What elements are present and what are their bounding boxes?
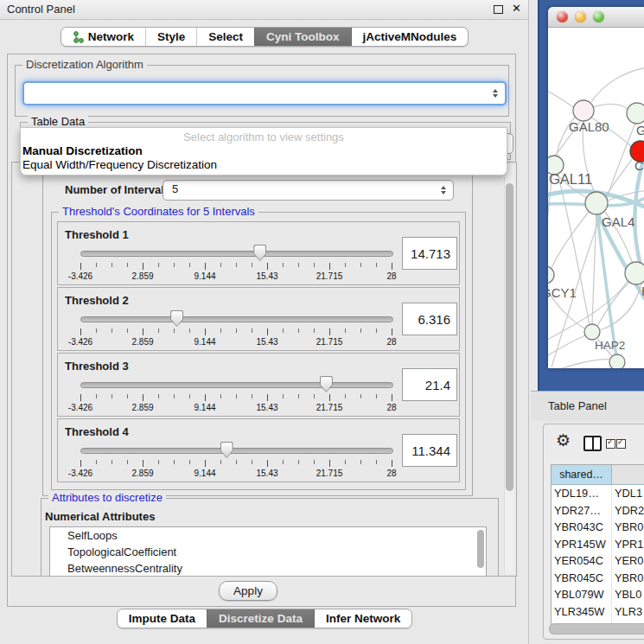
network-node[interactable] <box>625 262 644 284</box>
threshold-value-field[interactable]: 11.344 <box>402 434 457 467</box>
slider-tick <box>127 263 128 267</box>
network-node[interactable] <box>573 100 594 121</box>
slider-tick <box>236 394 237 399</box>
table-row[interactable]: YBL079WYBL0 <box>552 586 644 603</box>
slider-tick-label: 15.43 <box>256 271 277 281</box>
slider-tick <box>345 263 346 267</box>
column-header[interactable]: n <box>612 465 644 484</box>
algorithm-group-title: Discretization Algorithm <box>22 58 147 71</box>
tab-jactivemnodules[interactable]: jActiveMNodules <box>351 28 469 46</box>
slider-tick <box>236 460 237 464</box>
tab-infer-network[interactable]: Infer Network <box>314 609 411 628</box>
slider-tick <box>345 460 346 464</box>
close-traffic-light[interactable] <box>557 11 568 22</box>
algorithm-dropdown-popup: Select algorithm to view settings Manual… <box>20 127 507 175</box>
slider-tick <box>158 460 159 464</box>
network-node-label: G <box>636 123 644 137</box>
slider-thumb[interactable] <box>253 245 266 261</box>
column-header[interactable]: shared… <box>552 465 612 484</box>
table-horizontal-scrollbar[interactable] <box>549 623 644 634</box>
network-node[interactable] <box>609 354 625 368</box>
network-node[interactable] <box>585 192 608 214</box>
tab-style[interactable]: Style <box>145 28 196 46</box>
network-node-label: GAL4 <box>602 214 634 229</box>
gear-icon[interactable]: ⚙ <box>556 430 571 450</box>
slider-tick <box>127 394 128 399</box>
slider-tick <box>345 394 346 399</box>
combo-arrows-icon <box>493 89 498 98</box>
algorithm-option[interactable]: Equal Width/Frequency Discretization <box>21 158 507 172</box>
close-icon[interactable]: ✕ <box>512 2 521 15</box>
threshold-label: Threshold 1 <box>65 228 129 241</box>
slider-tick-label: 21.715 <box>316 403 343 412</box>
network-node[interactable] <box>584 324 600 340</box>
tab-discretize-data[interactable]: Discretize Data <box>207 609 314 628</box>
tab-impute-data[interactable]: Impute Data <box>118 609 207 628</box>
slider-thumb[interactable] <box>170 310 183 327</box>
table-panel-title: Table Panel <box>548 399 607 412</box>
list-scrollbar[interactable] <box>477 530 484 568</box>
num-intervals-combobox[interactable]: 5 <box>163 180 454 201</box>
network-node[interactable] <box>548 266 554 284</box>
slider-tick <box>392 394 392 401</box>
tab-label: Discretize Data <box>219 612 303 625</box>
tab-cyni-toolbox[interactable]: Cyni Toolbox <box>254 28 351 46</box>
table-row[interactable]: YDR27…YDR2 <box>552 502 644 520</box>
slider-tick <box>314 263 315 267</box>
network-node-label: GAL11 <box>549 171 592 187</box>
attribute-list-item[interactable]: TopologicalCoefficient <box>50 544 486 560</box>
algorithm-option[interactable]: Manual Discretization <box>21 144 507 158</box>
apply-button[interactable]: Apply <box>219 581 277 601</box>
threshold-value-field[interactable]: 6.316 <box>402 303 457 335</box>
float-window-icon[interactable] <box>494 5 503 14</box>
threshold-value-field[interactable]: 14.713 <box>402 237 457 270</box>
slider-thumb[interactable] <box>220 442 233 458</box>
num-intervals-value: 5 <box>172 182 178 195</box>
thresholds-group-title: Threshold's Coordinates for 5 Intervals <box>59 205 258 218</box>
slider-track[interactable] <box>80 448 393 454</box>
slider-tick <box>174 460 175 464</box>
table-row[interactable]: YER054CYER0 <box>552 552 644 570</box>
node-table[interactable]: shared… n YDL19…YDL1YDR27…YDR2YBR043CYBR… <box>551 464 644 634</box>
attributes-list[interactable]: SelfLoopsTopologicalCoefficientBetweenne… <box>49 526 487 577</box>
slider-tick <box>376 394 377 399</box>
table-row[interactable]: YDL19…YDL1 <box>552 485 644 502</box>
table-cell: YPR1 <box>612 536 644 553</box>
network-window-titlebar[interactable] <box>548 7 644 28</box>
network-window[interactable]: GAL80GCGAL11GAL4GCY1HHAP2 <box>548 7 644 368</box>
table-row[interactable]: YPR145WYPR1 <box>552 536 644 553</box>
table-panel: ⚙ shared… n YDL19…YDL1YDR27…YDR2YBR043CY… <box>543 424 644 640</box>
slider-tick <box>189 460 190 464</box>
table-row[interactable]: YBR045CYBR0 <box>552 570 644 587</box>
slider-tick <box>158 328 159 333</box>
slider-tick <box>252 394 252 399</box>
panel-divider <box>528 0 529 644</box>
zoom-traffic-light[interactable] <box>593 11 604 22</box>
slider-track[interactable] <box>80 316 393 322</box>
tab-network[interactable]: Network <box>61 28 145 46</box>
network-node[interactable] <box>627 103 644 124</box>
split-view-icon[interactable] <box>583 436 602 451</box>
attribute-list-item[interactable]: BetweennessCentrality <box>50 560 486 577</box>
table-cell: YER054C <box>552 552 612 570</box>
table-row[interactable]: YBR043CYBR0 <box>552 519 644 536</box>
checkbox-icon[interactable] <box>616 439 626 449</box>
table-row[interactable]: YLR345WYLR3 <box>552 603 644 621</box>
slider-track[interactable] <box>80 251 393 257</box>
slider-tick <box>298 460 299 464</box>
slider-track[interactable] <box>80 382 393 388</box>
panel-scrollbar[interactable] <box>504 164 514 574</box>
algorithm-combobox[interactable] <box>22 81 507 105</box>
panel-scrollbar-thumb[interactable] <box>506 183 513 491</box>
slider-thumb[interactable] <box>320 376 333 392</box>
tab-select[interactable]: Select <box>196 28 254 46</box>
slider-tick <box>360 328 361 333</box>
slider-tick <box>267 460 268 467</box>
minimize-traffic-light[interactable] <box>575 11 586 22</box>
attribute-list-item[interactable]: SelfLoops <box>50 527 486 544</box>
table-cell: YDR2 <box>612 502 644 520</box>
slider-tick <box>329 263 330 270</box>
checkbox-icon[interactable] <box>606 439 615 449</box>
threshold-value-field[interactable]: 21.4 <box>402 368 457 401</box>
network-canvas[interactable]: GAL80GCGAL11GAL4GCY1HHAP2 <box>548 28 644 368</box>
